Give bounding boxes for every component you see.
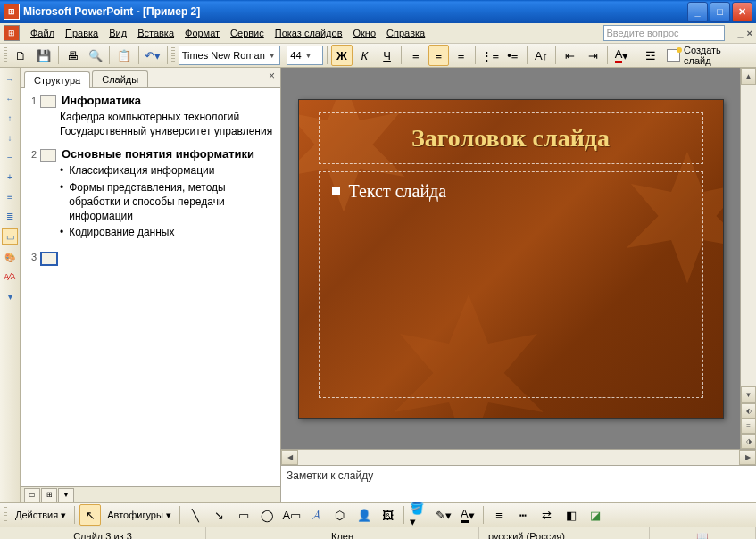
oval-tool[interactable]: ◯	[257, 504, 278, 526]
menu-slideshow[interactable]: Показ слайдов	[270, 26, 348, 40]
line-style-tool[interactable]: ≡	[488, 504, 510, 526]
expand-all-icon[interactable]: ≣	[3, 209, 17, 223]
clipart-tool[interactable]: 👤	[353, 504, 375, 526]
toolbar-grip-2[interactable]	[171, 47, 175, 63]
font-color-button[interactable]: A▾	[611, 45, 632, 66]
select-tool[interactable]: ↖	[79, 504, 101, 526]
dash-style-tool[interactable]: ┅	[512, 504, 534, 526]
menu-tools[interactable]: Сервис	[225, 26, 270, 40]
preview-button[interactable]: 🔍	[85, 45, 105, 66]
print-button[interactable]: 🖶	[62, 45, 83, 66]
collapse-icon[interactable]: −	[3, 150, 17, 164]
slideshow-view-button[interactable]: ▼	[58, 488, 74, 502]
body-placeholder[interactable]: Текст слайда	[319, 171, 703, 398]
title-text[interactable]: Заголовок слайда	[411, 124, 610, 153]
doc-minimize[interactable]: _	[737, 28, 743, 38]
demote-icon[interactable]: ←	[3, 91, 17, 105]
horizontal-scrollbar[interactable]: ◀ ▶	[281, 449, 756, 465]
vertical-scrollbar[interactable]: ▲ ▼ ⬖ ≡ ⬗	[740, 68, 756, 449]
menu-format[interactable]: Формат	[179, 26, 225, 40]
minimize-button[interactable]: _	[687, 2, 708, 22]
outline-slide-3[interactable]: 3	[24, 250, 277, 266]
move-down-icon[interactable]: ↓	[3, 130, 17, 145]
promote-icon[interactable]: →	[3, 71, 17, 86]
3d-tool[interactable]: ◪	[585, 504, 606, 526]
bullet-item[interactable]: Классификация информации	[60, 163, 277, 178]
close-button[interactable]: ✕	[732, 2, 752, 22]
slide-title[interactable]: Информатика	[62, 94, 141, 107]
menu-insert[interactable]: Вставка	[132, 26, 179, 40]
tab-slides[interactable]: Слайды	[92, 70, 148, 87]
scroll-left-button[interactable]: ◀	[281, 450, 298, 465]
collapse-all-icon[interactable]: ≡	[3, 189, 17, 203]
new-button[interactable]: 🗋	[11, 45, 31, 66]
help-question-box[interactable]: Введите вопрос	[603, 25, 725, 41]
rectangle-tool[interactable]: ▭	[233, 504, 254, 526]
increase-indent-button[interactable]: ⇥	[583, 45, 603, 66]
menu-view[interactable]: Вид	[104, 26, 132, 40]
title-placeholder[interactable]: Заголовок слайда	[319, 112, 703, 164]
show-format-icon[interactable]: A⁄A	[3, 270, 17, 284]
toolbar-grip[interactable]	[4, 47, 7, 63]
bold-button[interactable]: Ж	[331, 45, 352, 66]
menu-file[interactable]: Файл	[25, 26, 60, 40]
nav-menu-button[interactable]: ≡	[741, 419, 756, 434]
notes-pane[interactable]: Заметки к слайду	[281, 465, 756, 502]
design-button[interactable]: ☲	[640, 45, 660, 66]
normal-view-button[interactable]: ▭	[24, 488, 40, 502]
next-slide-button[interactable]: ⬗	[741, 434, 756, 449]
outline-slide-1[interactable]: 1 Информатика	[24, 94, 277, 108]
prev-slide-button[interactable]: ⬖	[741, 403, 756, 419]
slide[interactable]: Заголовок слайда Текст слайда	[298, 99, 724, 419]
tab-outline[interactable]: Структура	[24, 71, 90, 88]
menu-help[interactable]: Справка	[381, 26, 430, 40]
undo-button[interactable]: ↶▾	[143, 45, 163, 66]
expand-icon[interactable]: +	[3, 170, 17, 184]
line-color-tool[interactable]: ✎▾	[433, 504, 454, 526]
menu-window[interactable]: Окно	[348, 26, 382, 40]
toolbar-grip[interactable]	[4, 507, 7, 523]
textbox-tool[interactable]: A▭	[281, 504, 303, 526]
line-tool[interactable]: ╲	[185, 504, 206, 526]
wordart-tool[interactable]: 𝓐	[305, 504, 327, 526]
fill-color-tool[interactable]: 🪣▾	[409, 504, 430, 526]
align-right-button[interactable]: ≡	[451, 45, 471, 66]
underline-button[interactable]: Ч	[377, 45, 397, 66]
arrow-tool[interactable]: ↘	[209, 504, 230, 526]
scroll-track[interactable]	[298, 450, 739, 465]
decrease-indent-button[interactable]: ⇤	[560, 45, 580, 66]
outline-body[interactable]: 1 Информатика Кафедра компьютерных техно…	[21, 88, 280, 486]
new-slide-button[interactable]: Создать слайд	[663, 45, 753, 66]
toolbar-options-icon[interactable]: ▾	[3, 289, 17, 303]
body-text[interactable]: Текст слайда	[349, 181, 447, 202]
pane-close-icon[interactable]: ×	[269, 70, 275, 82]
summary-icon[interactable]: ▭	[2, 228, 18, 245]
font-color-tool[interactable]: A▾	[457, 504, 478, 526]
numbered-list-button[interactable]: ⋮≡	[479, 45, 500, 66]
slide-title[interactable]: Основные понятия информатики	[62, 147, 254, 161]
picture-tool[interactable]: 🖼	[378, 504, 399, 526]
scroll-down-button[interactable]: ▼	[741, 386, 756, 403]
paste-button[interactable]: 📋	[113, 45, 134, 66]
status-lang[interactable]: русский (Россия)	[479, 527, 650, 539]
show-formatting-icon[interactable]: 🎨	[3, 250, 17, 264]
arrow-style-tool[interactable]: ⇄	[536, 504, 558, 526]
move-up-icon[interactable]: ↑	[3, 111, 17, 125]
shadow-tool[interactable]: ◧	[561, 504, 582, 526]
slide-icon[interactable]	[40, 95, 56, 108]
status-spell[interactable]: 📖	[650, 527, 756, 539]
bullet-list-button[interactable]: •≡	[503, 45, 523, 66]
save-button[interactable]: 💾	[33, 45, 54, 66]
increase-font-button[interactable]: A↑	[531, 45, 552, 66]
actions-menu[interactable]: Действия ▾	[12, 510, 70, 521]
bullet-item[interactable]: Кодирование данных	[60, 225, 277, 239]
bullet-item[interactable]: Формы представления, методы обработки и …	[60, 180, 277, 224]
diagram-tool[interactable]: ⬡	[329, 504, 351, 526]
scroll-track[interactable]	[741, 85, 756, 386]
font-name-combo[interactable]: Times New Roman▼	[179, 46, 281, 65]
italic-button[interactable]: К	[354, 45, 375, 66]
autoshapes-menu[interactable]: Автофигуры ▾	[104, 510, 175, 521]
align-center-button[interactable]: ≡	[428, 45, 449, 66]
menu-edit[interactable]: Правка	[60, 26, 104, 40]
doc-icon[interactable]: ⊞	[4, 25, 20, 41]
